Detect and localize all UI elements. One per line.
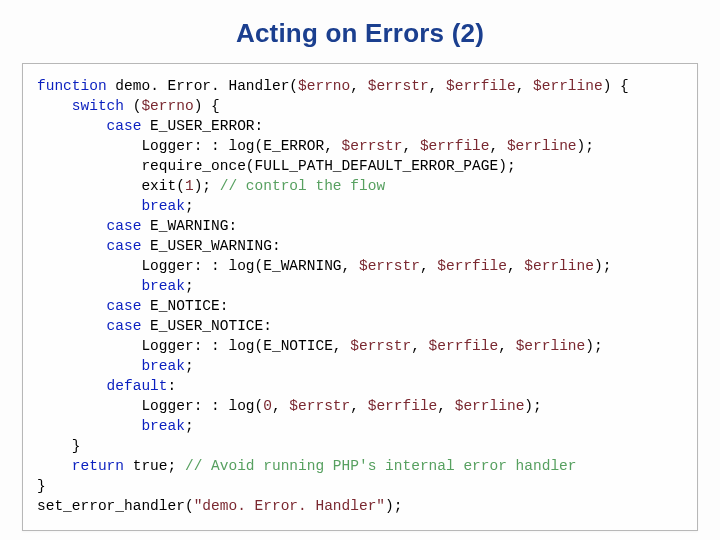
kw-switch: switch — [37, 98, 124, 114]
code-text: , — [507, 258, 524, 274]
code-text: E_NOTICE: — [141, 298, 228, 314]
string-literal: "demo. Error. Handler" — [194, 498, 385, 514]
var-errfile: $errfile — [446, 78, 516, 94]
code-text: , — [498, 338, 515, 354]
code-text: , — [350, 398, 367, 414]
code-text: , — [411, 338, 428, 354]
code-text: require_once(FULL_PATH_DEFAULT_ERROR_PAG… — [37, 158, 516, 174]
comment: // Avoid running PHP's internal error ha… — [185, 458, 577, 474]
code-text: E_USER_NOTICE: — [141, 318, 272, 334]
kw-break: break — [37, 278, 185, 294]
code-text: } — [37, 438, 81, 454]
var-errline: $errline — [455, 398, 525, 414]
var-errstr: $errstr — [342, 138, 403, 154]
comment: // control the flow — [220, 178, 385, 194]
var-errstr: $errstr — [350, 338, 411, 354]
code-text: ); — [594, 258, 611, 274]
code-text: ; — [185, 198, 194, 214]
var-errstr: $errstr — [359, 258, 420, 274]
code-text: ); — [385, 498, 402, 514]
var-errline: $errline — [507, 138, 577, 154]
code-text: ; — [185, 358, 194, 374]
code-text: , — [437, 398, 454, 414]
num-literal: 0 — [263, 398, 272, 414]
code-box: function demo. Error. Handler($errno, $e… — [22, 63, 698, 531]
kw-case: case — [37, 238, 141, 254]
code-text: , — [350, 78, 367, 94]
code-text: , — [420, 258, 437, 274]
kw-break: break — [37, 358, 185, 374]
var-errfile: $errfile — [437, 258, 507, 274]
code-text: , — [272, 398, 289, 414]
code-text: ; — [185, 278, 194, 294]
var-errno: $errno — [298, 78, 350, 94]
var-errfile: $errfile — [420, 138, 490, 154]
kw-case: case — [37, 318, 141, 334]
code-text: Logger: : log( — [37, 398, 263, 414]
var-errline: $errline — [524, 258, 594, 274]
code-text: set_error_handler( — [37, 498, 194, 514]
kw-return: return — [37, 458, 124, 474]
code-text: ); — [524, 398, 541, 414]
code-text: ); — [194, 178, 220, 194]
code-text: Logger: : log(E_ERROR, — [37, 138, 342, 154]
slide-title: Acting on Errors (2) — [22, 18, 698, 49]
code-text: ( — [124, 98, 141, 114]
kw-case: case — [37, 218, 141, 234]
code-text: Logger: : log(E_NOTICE, — [37, 338, 350, 354]
code-text: ; — [185, 418, 194, 434]
code-text: , — [516, 78, 533, 94]
code-text: , — [490, 138, 507, 154]
code-text: , — [429, 78, 446, 94]
code-text: E_WARNING: — [141, 218, 237, 234]
var-errline: $errline — [533, 78, 603, 94]
code-text: E_USER_ERROR: — [141, 118, 263, 134]
var-errno: $errno — [141, 98, 193, 114]
kw-break: break — [37, 418, 185, 434]
code-text: ) { — [603, 78, 629, 94]
var-errfile: $errfile — [429, 338, 499, 354]
kw-function: function — [37, 78, 107, 94]
code-text: , — [402, 138, 419, 154]
kw-default: default — [37, 378, 168, 394]
code-text: Logger: : log(E_WARNING, — [37, 258, 359, 274]
var-errline: $errline — [516, 338, 586, 354]
code-block: function demo. Error. Handler($errno, $e… — [37, 76, 683, 516]
kw-break: break — [37, 198, 185, 214]
var-errfile: $errfile — [368, 398, 438, 414]
kw-case: case — [37, 118, 141, 134]
code-text: ) { — [194, 98, 220, 114]
var-errstr: $errstr — [289, 398, 350, 414]
code-text: exit( — [37, 178, 185, 194]
num-literal: 1 — [185, 178, 194, 194]
code-text: ); — [585, 338, 602, 354]
code-text: } — [37, 478, 46, 494]
var-errstr: $errstr — [368, 78, 429, 94]
code-text: E_USER_WARNING: — [141, 238, 280, 254]
code-text: ); — [577, 138, 594, 154]
code-text: : — [168, 378, 177, 394]
kw-case: case — [37, 298, 141, 314]
slide: Acting on Errors (2) function demo. Erro… — [0, 0, 720, 540]
code-text: true; — [124, 458, 185, 474]
code-text: demo. Error. Handler( — [107, 78, 298, 94]
